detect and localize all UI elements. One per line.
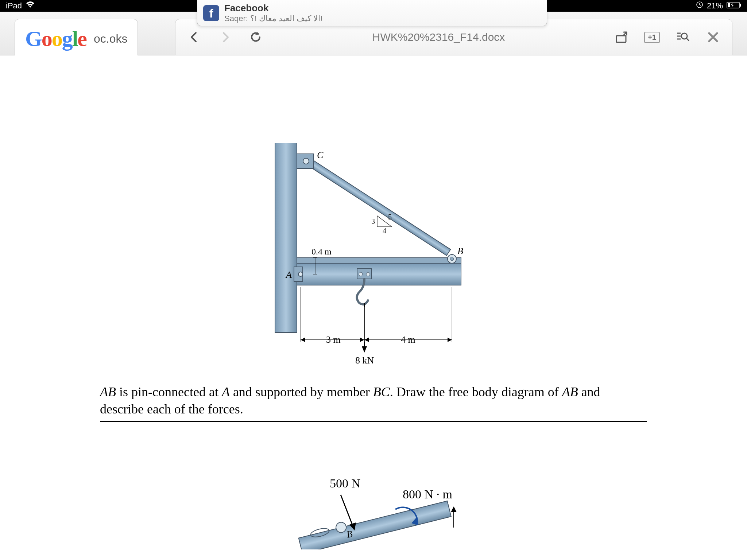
figure-crane: C A B 3 4 5 0.4 m <box>264 143 483 376</box>
search-button[interactable] <box>674 29 690 45</box>
battery-percent: 21% <box>707 1 723 11</box>
dim-3m: 3 m <box>326 334 341 345</box>
tab-google[interactable]: Google oc.oks <box>15 19 138 55</box>
back-button[interactable] <box>186 29 202 45</box>
plus-one-button[interactable]: +1 <box>644 32 660 43</box>
svg-rect-2 <box>740 4 741 7</box>
battery-icon <box>727 1 741 11</box>
wifi-icon <box>26 1 35 11</box>
svg-point-15 <box>450 257 454 261</box>
svg-rect-6 <box>275 143 297 332</box>
tri-4: 4 <box>383 227 386 235</box>
google-logo: Google <box>25 26 86 51</box>
dim-4m: 4 m <box>401 334 415 345</box>
svg-rect-8 <box>297 258 461 263</box>
moment-800-label: 800 N · m <box>403 487 452 501</box>
force-500-label: 500 N <box>330 477 360 490</box>
close-button[interactable] <box>705 29 721 45</box>
notification-banner[interactable]: f Facebook Saqer: الا كيف العيد معاك !؟! <box>197 0 547 26</box>
svg-rect-3 <box>728 3 730 7</box>
document-viewport[interactable]: C A B 3 4 5 0.4 m <box>0 55 747 560</box>
svg-point-13 <box>298 272 303 276</box>
reload-button[interactable] <box>248 29 264 45</box>
svg-point-11 <box>303 158 309 164</box>
label-B: B <box>457 246 463 256</box>
load-label: 8 kN <box>355 355 374 366</box>
svg-rect-28 <box>299 501 451 549</box>
svg-point-21 <box>366 272 370 276</box>
clock-icon <box>696 1 703 11</box>
facebook-icon: f <box>203 5 219 21</box>
tab-url-fragment: oc.oks <box>94 32 127 46</box>
svg-rect-4 <box>616 36 626 42</box>
svg-point-20 <box>359 272 363 276</box>
url-display[interactable]: HWK%20%2316_F14.docx <box>278 31 599 43</box>
forward-button[interactable] <box>217 29 233 45</box>
share-button[interactable] <box>614 29 630 45</box>
device-label: iPad <box>6 1 22 11</box>
notification-app: Facebook <box>224 3 323 14</box>
tri-3: 3 <box>371 217 375 225</box>
notification-message: Saqer: الا كيف العيد معاك !؟! <box>224 14 323 23</box>
problem-statement: AB is pin-connected at A and supported b… <box>100 384 647 422</box>
figure-beam-partial: 500 N 800 N · m B <box>191 477 556 549</box>
label-C: C <box>317 150 324 160</box>
svg-rect-9 <box>306 158 451 256</box>
label-A: A <box>285 269 292 280</box>
svg-rect-7 <box>297 263 461 285</box>
tri-5: 5 <box>388 213 392 221</box>
dim-04m: 0.4 m <box>311 247 332 256</box>
